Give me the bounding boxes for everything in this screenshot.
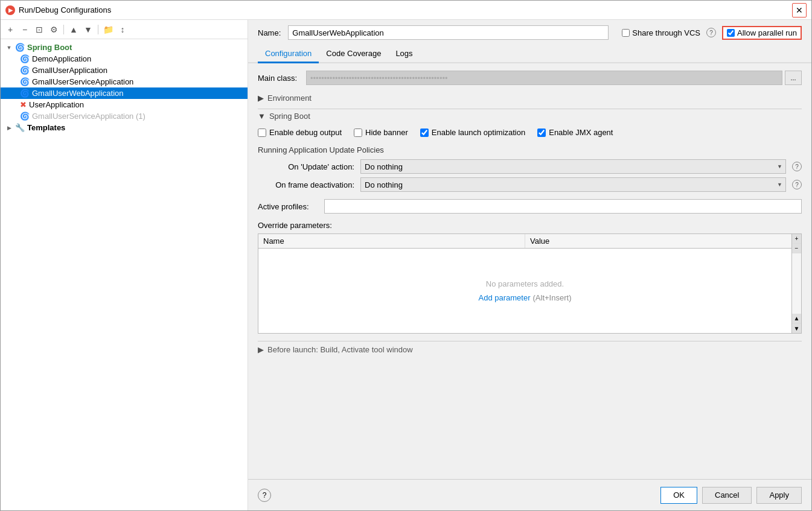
left-panel: + − ⊡ ⚙ ▲ ▼ 📁 ↕ ▼ 🌀 Spring Boot <box>1 20 248 510</box>
toolbar-separator <box>63 25 64 34</box>
environment-label: Environment <box>267 94 312 103</box>
on-update-select-wrap: Do nothing Update classes and resources … <box>360 159 786 174</box>
before-launch-label: Before launch: Build, Activate tool wind… <box>267 345 413 354</box>
add-row-button[interactable]: + <box>792 234 801 244</box>
sidebar-item-gmall-service[interactable]: 🌀 GmallUserServiceApplication <box>1 76 248 87</box>
sidebar-item-label: DemoApplication <box>32 54 91 63</box>
before-launch-section[interactable]: ▶ Before launch: Build, Activate tool wi… <box>258 341 802 358</box>
no-params-text: No parameters added. <box>486 279 564 288</box>
before-launch-expand-arrow: ▶ <box>258 345 264 354</box>
window-title: Run/Debug Configurations <box>19 5 792 14</box>
hide-banner-checkbox-item[interactable]: Hide banner <box>354 128 408 137</box>
settings-config-button[interactable]: ⚙ <box>48 24 60 36</box>
update-policies: Running Application Update Policies On '… <box>258 145 802 192</box>
sidebar-item-label: GmallUserApplication <box>32 66 107 75</box>
enable-debug-checkbox-item[interactable]: Enable debug output <box>258 128 342 137</box>
share-vcs-option: Share through VCS <box>622 28 700 37</box>
main-class-input-wrap: ... <box>306 71 802 85</box>
sort-button[interactable]: ↕ <box>117 24 129 36</box>
on-frame-select[interactable]: Do nothing Update classes and resources … <box>360 177 786 192</box>
spring-icon: 🌀 <box>15 43 25 52</box>
config-tree: ▼ 🌀 Spring Boot 🌀 DemoApplication 🌀 Gmal… <box>1 39 248 510</box>
footer-help-icon[interactable]: ? <box>258 489 271 502</box>
move-down-button[interactable]: ▼ <box>82 24 94 36</box>
add-param-link[interactable]: Add parameter <box>479 293 531 302</box>
hide-banner-checkbox[interactable] <box>354 129 362 137</box>
allow-parallel-checkbox[interactable] <box>727 29 735 37</box>
apply-button[interactable]: Apply <box>756 487 802 504</box>
remove-config-button[interactable]: − <box>19 24 31 36</box>
tree-toolbar: + − ⊡ ⚙ ▲ ▼ 📁 ↕ <box>1 20 248 39</box>
sidebar-item-gmall-web[interactable]: 🌀 GmallUserWebApplication <box>1 87 248 99</box>
main-class-input[interactable] <box>306 71 782 85</box>
cancel-button[interactable]: Cancel <box>702 487 752 504</box>
enable-jmx-checkbox-item[interactable]: Enable JMX agent <box>537 128 613 137</box>
sidebar-item-user[interactable]: ✖ UserApplication <box>1 99 248 110</box>
checkboxes-row: Enable debug output Hide banner Enable l… <box>258 128 802 137</box>
enable-jmx-checkbox[interactable] <box>537 129 546 137</box>
on-frame-row: On frame deactivation: Do nothing Update… <box>258 177 802 192</box>
scroll-up-button[interactable]: ▲ <box>792 314 801 323</box>
scroll-track <box>792 253 801 314</box>
on-frame-help-icon[interactable]: ? <box>792 180 802 189</box>
enable-launch-checkbox-item[interactable]: Enable launch optimization <box>420 128 525 137</box>
app-icon: ✖ <box>20 100 27 109</box>
spring-boot-group[interactable]: ▼ 🌀 Spring Boot <box>1 42 248 53</box>
enable-debug-checkbox[interactable] <box>258 129 266 137</box>
spring-boot-section: ▼ Spring Boot Enable debug output Hide b… <box>258 109 802 192</box>
sidebar-item-label: GmallUserServiceApplication (1) <box>32 112 145 121</box>
on-update-help-icon[interactable]: ? <box>792 162 802 171</box>
sidebar-item-label: GmallUserServiceApplication <box>32 77 133 86</box>
on-update-select[interactable]: Do nothing Update classes and resources … <box>360 159 786 174</box>
toolbar-separator-2 <box>98 25 98 34</box>
spring-boot-expand-arrow: ▼ <box>258 112 266 121</box>
help-icon[interactable]: ? <box>706 28 716 37</box>
enable-launch-checkbox[interactable] <box>420 129 429 137</box>
share-vcs-checkbox[interactable] <box>622 29 630 37</box>
window-icon: ▶ <box>5 5 15 15</box>
sidebar-item-gmall-service-1[interactable]: 🌀 GmallUserServiceApplication (1) <box>1 110 248 122</box>
table-scrollbar: + − ▲ ▼ <box>792 233 802 334</box>
tab-logs[interactable]: Logs <box>388 45 420 63</box>
main-content: + − ⊡ ⚙ ▲ ▼ 📁 ↕ ▼ 🌀 Spring Boot <box>1 20 811 510</box>
environment-header[interactable]: ▶ Environment <box>258 91 802 105</box>
footer: ? OK Cancel Apply <box>248 479 811 510</box>
browse-button[interactable]: ... <box>785 71 802 85</box>
sidebar-item-gmall-user[interactable]: 🌀 GmallUserApplication <box>1 65 248 76</box>
copy-config-button[interactable]: ⊡ <box>33 24 45 36</box>
active-profiles-row: Active profiles: <box>258 199 802 214</box>
add-param-row: Add parameter (Alt+Insert) <box>479 293 572 302</box>
name-input[interactable] <box>288 25 609 40</box>
scroll-down-button[interactable]: ▼ <box>792 323 801 333</box>
remove-row-button[interactable]: − <box>792 244 801 253</box>
environment-section: ▶ Environment <box>258 91 802 105</box>
spring-boot-label: Spring Boot <box>27 43 72 52</box>
app-icon: 🌀 <box>20 112 30 121</box>
add-config-button[interactable]: + <box>4 24 16 36</box>
on-update-row: On 'Update' action: Do nothing Update cl… <box>258 159 802 174</box>
ok-button[interactable]: OK <box>660 487 697 504</box>
config-tabs: Configuration Code Coverage Logs <box>248 45 811 63</box>
enable-debug-label: Enable debug output <box>269 128 342 137</box>
on-frame-select-wrap: Do nothing Update classes and resources … <box>360 177 786 192</box>
value-column-header: Value <box>525 234 791 248</box>
folder-button[interactable]: 📁 <box>102 24 114 36</box>
name-label: Name: <box>258 28 281 37</box>
spring-boot-section-header[interactable]: ▼ Spring Boot <box>258 109 802 123</box>
tab-code-coverage[interactable]: Code Coverage <box>319 45 388 63</box>
main-class-label: Main class: <box>258 74 306 83</box>
sidebar-item-demo[interactable]: 🌀 DemoApplication <box>1 53 248 65</box>
right-panel: Name: Share through VCS ? Allow parallel… <box>248 20 811 510</box>
on-update-label: On 'Update' action: <box>258 162 354 171</box>
enable-launch-label: Enable launch optimization <box>432 128 525 137</box>
move-up-button[interactable]: ▲ <box>68 24 80 36</box>
override-table-container: Name Value No parameters added. Add para… <box>258 233 802 334</box>
override-label: Override parameters: <box>258 221 802 230</box>
close-button[interactable]: ✕ <box>792 3 807 17</box>
allow-parallel-label: Allow parallel run <box>737 28 797 37</box>
templates-group[interactable]: ▶ 🔧 Templates <box>1 122 248 133</box>
active-profiles-input[interactable] <box>324 199 802 214</box>
table-body: No parameters added. Add parameter (Alt+… <box>258 249 791 333</box>
main-window: ▶ Run/Debug Configurations ✕ + − ⊡ ⚙ ▲ ▼… <box>0 0 812 511</box>
tab-configuration[interactable]: Configuration <box>258 45 319 63</box>
